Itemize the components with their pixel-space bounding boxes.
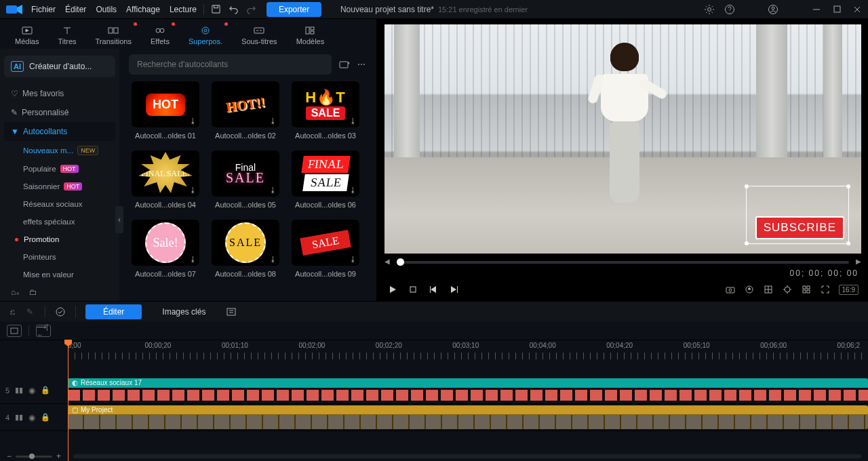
download-icon[interactable]: ⭳: [269, 186, 277, 194]
sidebar-item-pointers[interactable]: Pointeurs: [4, 248, 115, 266]
scrub-knob[interactable]: [397, 258, 404, 266]
sticker-card[interactable]: HOT⭳Autocoll...oldes 01: [129, 81, 202, 140]
zoom-control[interactable]: − +: [7, 452, 61, 461]
minimize-icon[interactable]: [811, 4, 822, 15]
collapse-sidebar-icon[interactable]: ‹: [115, 206, 123, 233]
next-frame-icon[interactable]: [448, 284, 459, 295]
redo-icon[interactable]: [246, 4, 257, 15]
menu-tools[interactable]: Outils: [96, 5, 117, 14]
link-icon[interactable]: ⟶|←: [36, 325, 51, 337]
play-icon[interactable]: [387, 284, 398, 295]
sidebar-item-promotion[interactable]: Promotion: [4, 230, 115, 248]
tab-transitions[interactable]: Transitions: [87, 22, 140, 48]
zoom-in-icon[interactable]: +: [56, 452, 61, 461]
ruler[interactable]: 0;0000;00;2000;01;1000;02;0000;02;2000;0…: [0, 340, 868, 359]
cut-icon[interactable]: ⎌: [7, 306, 18, 317]
folder-add-icon[interactable]: [338, 59, 349, 70]
snapshot-icon[interactable]: [725, 284, 736, 295]
focus-icon[interactable]: [782, 284, 793, 295]
sticker-card[interactable]: HOT!!⭳Autocoll...oldes 02: [209, 81, 282, 140]
camera-icon[interactable]: ▮▮: [15, 386, 23, 395]
sidebar-stickers-section[interactable]: ▼ Autocollants: [4, 122, 115, 141]
properties-icon[interactable]: [226, 306, 237, 317]
aspect-ratio-badge[interactable]: 16:9: [839, 285, 859, 295]
more-icon[interactable]: ⋯: [356, 59, 367, 70]
settings-icon[interactable]: [704, 4, 715, 15]
hscrollbar[interactable]: [73, 454, 861, 458]
camera-icon[interactable]: ▮▮: [15, 413, 23, 422]
search-input[interactable]: [129, 54, 332, 75]
undo-icon[interactable]: [229, 4, 239, 15]
download-icon[interactable]: ⭳: [269, 117, 277, 125]
menu-file[interactable]: Fichier: [31, 5, 56, 14]
grid-icon[interactable]: [801, 284, 812, 295]
folder-icon[interactable]: 🗀: [29, 287, 37, 297]
asset-tabs: Médias Titres Transitions Effets Superpo…: [0, 19, 376, 49]
prev-frame-icon[interactable]: [428, 284, 439, 295]
sidebar-item-social[interactable]: Réseaux sociaux: [4, 195, 115, 213]
menu-playback[interactable]: Lecture: [170, 5, 197, 14]
download-icon[interactable]: ⭳: [189, 255, 197, 263]
scrub-left-icon[interactable]: ◀: [384, 258, 390, 265]
lock-icon[interactable]: 🔒: [41, 386, 50, 395]
menu-edit[interactable]: Éditer: [65, 5, 86, 14]
sticker-card[interactable]: H🔥TSALE⭳Autocoll...oldes 03: [289, 81, 362, 140]
lock-icon[interactable]: 🔒: [41, 413, 50, 422]
sidebar-favorites[interactable]: ♡ Mes favoris: [4, 84, 115, 103]
close-icon[interactable]: [852, 4, 863, 15]
download-icon[interactable]: ⭳: [349, 186, 357, 194]
sticker-creator-button[interactable]: AI Créateur d'auto...: [4, 56, 115, 77]
clip-video[interactable]: ▢My Project: [68, 405, 868, 429]
sticker-card[interactable]: FINAL SALE!⭳Autocoll...oldes 04: [129, 151, 202, 209]
visibility-icon[interactable]: ◉: [28, 386, 35, 395]
playhead[interactable]: [68, 340, 68, 461]
sticker-card[interactable]: FINALSALE⭳Autocoll...oldes 06: [289, 151, 362, 209]
download-icon[interactable]: ⭳: [189, 117, 197, 125]
fullscreen-icon[interactable]: [820, 284, 831, 295]
guides-icon[interactable]: [763, 284, 774, 295]
maximize-icon[interactable]: [831, 4, 842, 15]
sidebar-item-popular[interactable]: PopulaireHOT: [4, 160, 115, 178]
download-icon[interactable]: ⭳: [349, 255, 357, 263]
edit-button[interactable]: Éditer: [85, 304, 142, 319]
sidebar-item-new[interactable]: Nouveaux m...NEW: [4, 141, 115, 160]
video-viewport[interactable]: SUBSCRIBE: [384, 24, 861, 254]
quality-icon[interactable]: [744, 284, 755, 295]
stop-icon[interactable]: [408, 284, 418, 295]
marker-icon[interactable]: [55, 306, 66, 317]
account-icon[interactable]: [768, 4, 778, 15]
zoom-out-icon[interactable]: −: [7, 452, 12, 461]
sticker-card[interactable]: SALE⭳Autocoll...oldes 08: [209, 220, 282, 278]
sticker-card[interactable]: SALE⭳Autocoll...oldes 09: [289, 220, 362, 278]
sticker-card[interactable]: Sale!⭳Autocoll...oldes 07: [129, 220, 202, 278]
help-icon[interactable]: [724, 4, 735, 15]
keyframes-link[interactable]: Images clés: [162, 307, 205, 317]
tab-media[interactable]: Médias: [7, 22, 47, 48]
export-button[interactable]: Exporter: [267, 2, 321, 17]
magnet-icon[interactable]: [7, 325, 22, 337]
download-icon[interactable]: ⭳: [269, 255, 277, 263]
tab-titles[interactable]: Titres: [50, 22, 84, 48]
svg-point-2: [708, 7, 711, 11]
tab-effects[interactable]: Effets: [142, 22, 178, 48]
sidebar-item-seasonal[interactable]: SaisonnierHOT: [4, 178, 115, 195]
brush-icon[interactable]: ✎: [24, 306, 35, 317]
download-icon[interactable]: ⭳: [189, 186, 197, 194]
tag-icon[interactable]: ⌂₊: [11, 287, 20, 297]
save-icon[interactable]: [211, 4, 222, 15]
download-icon[interactable]: ⭳: [349, 117, 357, 125]
sticker-card[interactable]: FinalSALE⭳Autocoll...oldes 05: [209, 151, 282, 209]
subscribe-sticker[interactable]: SUBSCRIBE: [755, 216, 844, 239]
selection-box[interactable]: SUBSCRIBE: [746, 186, 849, 244]
tab-subtitles[interactable]: Sous-titres: [233, 22, 285, 48]
visibility-icon[interactable]: ◉: [28, 413, 35, 422]
tab-overlays[interactable]: Superpos.: [180, 22, 231, 48]
sidebar-item-fx[interactable]: effets spéciaux: [4, 213, 115, 230]
menu-view[interactable]: Affichage: [126, 5, 160, 14]
tab-templates[interactable]: Modèles: [288, 22, 333, 48]
sidebar-custom[interactable]: ✎ Personnalisé: [4, 103, 115, 122]
clip-sticker[interactable]: ◐Réseaux sociaux 17: [68, 378, 868, 402]
sidebar-item-highlight[interactable]: Mise en valeur: [4, 266, 115, 283]
scrub-right-icon[interactable]: ▶: [856, 258, 861, 265]
preview-scrub[interactable]: ◀ ▶: [397, 256, 849, 268]
